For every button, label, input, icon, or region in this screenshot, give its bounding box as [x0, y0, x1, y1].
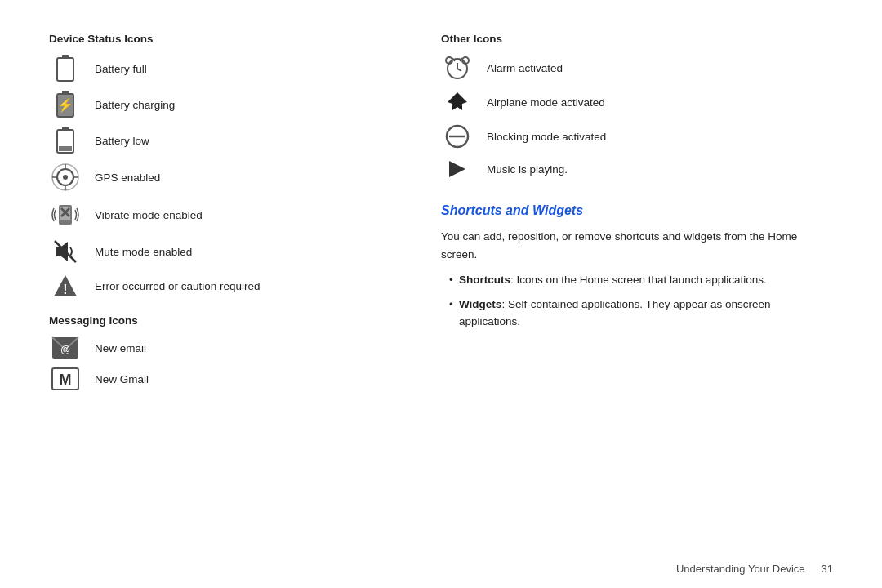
list-item: Airplane mode activated — [441, 89, 833, 115]
svg-text:M: M — [60, 372, 72, 388]
list-item: @ New email — [49, 336, 392, 359]
list-item: Battery full — [49, 55, 392, 82]
list-item: Alarm activated — [441, 55, 833, 81]
page-footer: Understanding Your Device 31 — [0, 555, 882, 588]
list-item: ! Error occurred or caution required — [49, 274, 392, 298]
blocking-label: Blocking mode activated — [487, 131, 606, 143]
list-item: Blocking mode activated — [441, 123, 833, 149]
music-label: Music is playing. — [487, 163, 568, 176]
list-item: Shortcuts: Icons on the Home screen that… — [449, 271, 833, 289]
widgets-rest: : Self-contained applications. They appe… — [459, 298, 771, 328]
list-item: Mute mode enabled — [49, 238, 392, 265]
gps-icon — [49, 163, 82, 192]
shortcuts-body: You can add, reposition, or remove short… — [441, 228, 833, 263]
gmail-icon: M — [49, 368, 82, 390]
list-item: Vibrate mode enabled — [49, 200, 392, 229]
gmail-label: New Gmail — [95, 373, 149, 385]
error-icon: ! — [49, 274, 82, 298]
vibrate-label: Vibrate mode enabled — [95, 209, 203, 221]
widgets-bold: Widgets — [459, 298, 501, 310]
svg-text:⚡: ⚡ — [57, 97, 74, 113]
footer-page: 31 — [822, 563, 833, 575]
mute-label: Mute mode enabled — [95, 246, 192, 258]
other-icons-heading: Other Icons — [441, 33, 833, 45]
mute-icon — [49, 238, 82, 265]
page-content: Device Status Icons Battery full ⚡ Batte… — [0, 0, 882, 555]
gps-label: GPS enabled — [95, 172, 160, 184]
battery-full-icon — [49, 55, 82, 82]
alarm-icon — [441, 55, 474, 81]
music-play-icon — [441, 158, 474, 180]
battery-charging-icon: ⚡ — [49, 91, 82, 118]
svg-rect-1 — [57, 58, 74, 81]
svg-text:@: @ — [60, 344, 70, 355]
battery-low-icon — [49, 127, 82, 154]
list-item: ⚡ Battery charging — [49, 91, 392, 118]
list-item: Battery low — [49, 127, 392, 154]
blocking-icon — [441, 123, 474, 149]
svg-rect-7 — [59, 146, 72, 151]
battery-full-label: Battery full — [95, 63, 147, 75]
footer-label: Understanding Your Device — [676, 563, 805, 575]
list-item: Widgets: Self-contained applications. Th… — [449, 296, 833, 331]
bullet-list: Shortcuts: Icons on the Home screen that… — [441, 271, 833, 331]
email-label: New email — [95, 342, 146, 354]
svg-line-29 — [457, 69, 461, 71]
svg-point-10 — [63, 175, 68, 180]
alarm-label: Alarm activated — [487, 62, 563, 74]
list-item: Music is playing. — [441, 158, 833, 180]
airplane-label: Airplane mode activated — [487, 96, 605, 109]
shortcuts-rest: : Icons on the Home screen that launch a… — [510, 274, 767, 286]
vibrate-icon — [49, 200, 82, 229]
airplane-icon — [441, 89, 474, 115]
list-item: GPS enabled — [49, 163, 392, 192]
messaging-heading: Messaging Icons — [49, 314, 392, 327]
list-item: M New Gmail — [49, 368, 392, 390]
error-label: Error occurred or caution required — [95, 280, 261, 292]
left-column: Device Status Icons Battery full ⚡ Batte… — [49, 33, 392, 538]
svg-marker-36 — [449, 161, 466, 177]
shortcuts-bold: Shortcuts — [459, 274, 510, 286]
email-icon: @ — [49, 336, 82, 359]
shortcuts-heading: Shortcuts and Widgets — [441, 203, 833, 218]
device-status-heading: Device Status Icons — [49, 33, 392, 45]
right-column: Other Icons Alarm activated — [441, 33, 833, 538]
svg-text:!: ! — [63, 283, 67, 296]
battery-charging-label: Battery charging — [95, 99, 175, 111]
battery-low-label: Battery low — [95, 135, 149, 147]
